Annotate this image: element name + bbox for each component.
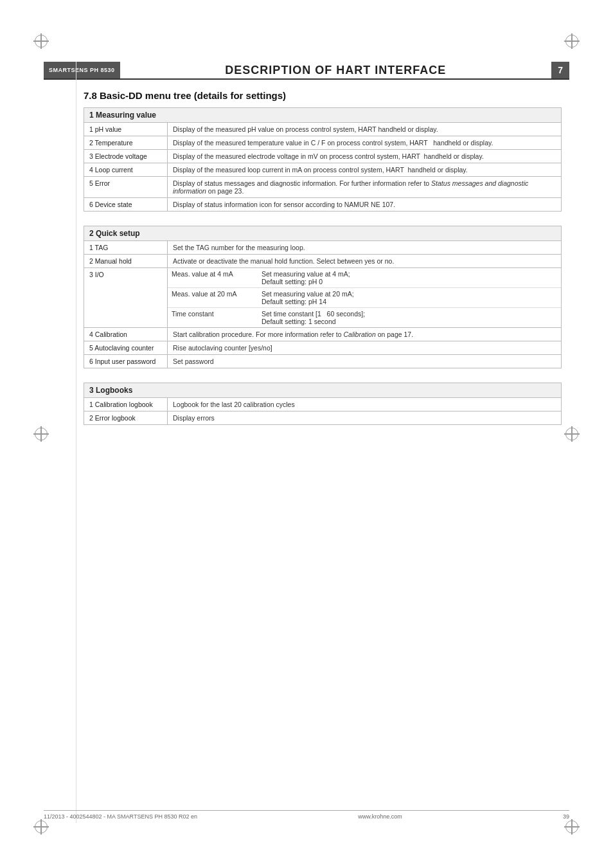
sub-desc: Set measuring value at 20 mA;Default set… — [258, 288, 561, 308]
table-row: 4 Loop current Display of the measured l… — [84, 163, 562, 177]
row-desc: Display of the measured temperature valu… — [168, 136, 562, 150]
row-label: 6 Input user password — [84, 355, 168, 368]
table-row: 1 pH value Display of the measured pH va… — [84, 123, 562, 136]
subsection-quick-setup: 2 Quick setup 1 TAG Set the TAG number f… — [84, 226, 562, 368]
reg-mark-mr — [564, 426, 580, 442]
table-row: 6 Input user password Set password — [84, 355, 562, 368]
product-name: SMARTSENS PH 8530 — [44, 62, 120, 78]
io-sub-table: Meas. value at 4 mA Set measuring value … — [168, 268, 561, 327]
row-desc: Set the TAG number for the measuring loo… — [168, 241, 562, 255]
sub-row: Meas. value at 4 mA Set measuring value … — [168, 268, 561, 288]
row-desc: Logbook for the last 20 calibration cycl… — [168, 398, 562, 411]
row-desc: Display errors — [168, 411, 562, 425]
row-label: 4 Loop current — [84, 163, 168, 177]
sub-label: Time constant — [168, 308, 258, 328]
sub-row: Meas. value at 20 mA Set measuring value… — [168, 288, 561, 308]
subsection-label-quicksetup: 2 Quick setup — [84, 226, 562, 240]
table-row: 5 Autoclaving counter Rise autoclaving c… — [84, 341, 562, 355]
subsection-label-measuring: 1 Measuring value — [84, 107, 562, 122]
row-label: 2 Manual hold — [84, 255, 168, 268]
section-heading: 7.8 Basic-DD menu tree (details for sett… — [84, 90, 562, 101]
sub-row: Time constant Set time constant [1 60 se… — [168, 308, 561, 328]
margin-line — [76, 62, 76, 823]
footer-center: www.krohne.com — [358, 813, 402, 820]
reg-mark-tl — [33, 33, 49, 49]
row-desc: Start calibration procedure. For more in… — [168, 328, 562, 341]
row-label: 3 I/O — [84, 268, 168, 328]
logbooks-table: 1 Calibration logbook Logbook for the la… — [84, 397, 562, 425]
row-desc: Rise autoclaving counter [yes/no] — [168, 341, 562, 355]
table-row: 5 Error Display of status messages and d… — [84, 177, 562, 198]
table-row-io: 3 I/O Meas. value at 4 mA Set measuring … — [84, 268, 562, 328]
table-row: 2 Manual hold Activate or deactivate the… — [84, 255, 562, 268]
sub-desc: Set measuring value at 4 mA;Default sett… — [258, 268, 561, 288]
row-label: 4 Calibration — [84, 328, 168, 341]
row-label: 5 Error — [84, 177, 168, 198]
table-row: 2 Error logbook Display errors — [84, 411, 562, 425]
sub-label: Meas. value at 20 mA — [168, 288, 258, 308]
measuring-value-table: 1 pH value Display of the measured pH va… — [84, 122, 562, 212]
row-label: 2 Error logbook — [84, 411, 168, 425]
row-label: 3 Electrode voltage — [84, 150, 168, 163]
row-label: 1 TAG — [84, 241, 168, 255]
reg-mark-br — [564, 819, 580, 835]
quick-setup-table: 1 TAG Set the TAG number for the measuri… — [84, 240, 562, 368]
row-desc: Display of the measured loop current in … — [168, 163, 562, 177]
reg-mark-ml — [33, 426, 49, 442]
row-label: 1 pH value — [84, 123, 168, 136]
reg-mark-bl — [33, 819, 49, 835]
row-desc: Display of status information icon for s… — [168, 198, 562, 212]
sub-desc: Set time constant [1 60 seconds];Default… — [258, 308, 561, 328]
row-desc: Display of the measured electrode voltag… — [168, 150, 562, 163]
table-row: 1 TAG Set the TAG number for the measuri… — [84, 241, 562, 255]
table-row: 6 Device state Display of status informa… — [84, 198, 562, 212]
sub-label: Meas. value at 4 mA — [168, 268, 258, 288]
chapter-title: DESCRIPTION OF HART INTERFACE — [120, 64, 552, 77]
page-header: SMARTSENS PH 8530 DESCRIPTION OF HART IN… — [44, 62, 569, 80]
subsection-label-logbooks: 3 Logbooks — [84, 383, 562, 397]
row-label: 1 Calibration logbook — [84, 398, 168, 411]
row-label: 6 Device state — [84, 198, 168, 212]
row-label: 5 Autoclaving counter — [84, 341, 168, 355]
subsection-logbooks: 3 Logbooks 1 Calibration logbook Logbook… — [84, 383, 562, 425]
section-number: 7 — [551, 62, 569, 78]
table-row: 2 Temperature Display of the measured te… — [84, 136, 562, 150]
main-content: 7.8 Basic-DD menu tree (details for sett… — [84, 90, 562, 439]
table-row: 1 Calibration logbook Logbook for the la… — [84, 398, 562, 411]
row-desc: Set password — [168, 355, 562, 368]
subsection-measuring-value: 1 Measuring value 1 pH value Display of … — [84, 107, 562, 212]
reg-mark-tr — [564, 33, 580, 49]
row-desc: Display of status messages and diagnosti… — [168, 177, 562, 198]
row-label: 2 Temperature — [84, 136, 168, 150]
footer-right: 39 — [563, 813, 569, 820]
table-row: 3 Electrode voltage Display of the measu… — [84, 150, 562, 163]
footer-left: 11/2013 - 4002544802 - MA SMARTSENS PH 8… — [44, 813, 197, 820]
page-footer: 11/2013 - 4002544802 - MA SMARTSENS PH 8… — [44, 810, 569, 820]
row-desc: Activate or deactivate the manual hold f… — [168, 255, 562, 268]
row-desc: Display of the measured pH value on proc… — [168, 123, 562, 136]
table-row: 4 Calibration Start calibration procedur… — [84, 328, 562, 341]
io-nested-cell: Meas. value at 4 mA Set measuring value … — [168, 268, 562, 328]
